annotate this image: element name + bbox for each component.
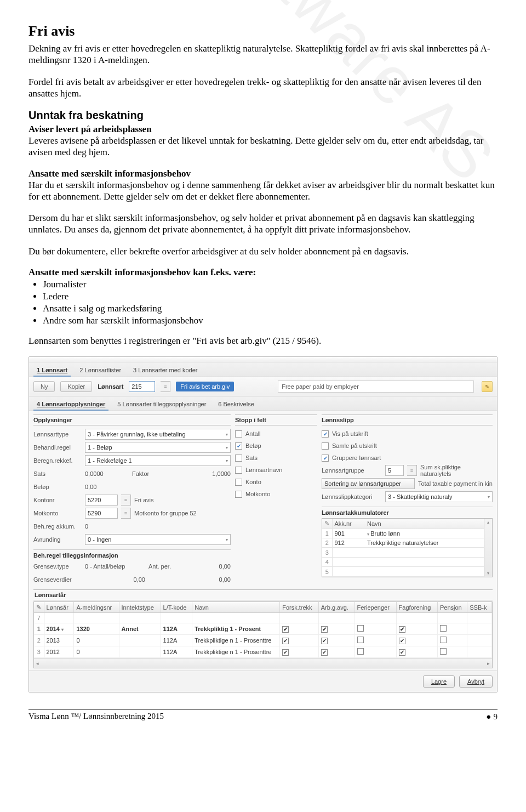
para-1: Dekning av fri avis er etter hovedregele… (28, 43, 498, 66)
lbl-behandlregel: Behandl.regel (33, 444, 82, 451)
col-stopp: Stopp i felt Antall ✔Beløp Sats Lønnsart… (235, 414, 317, 586)
lbl-faktor: Faktor (132, 470, 159, 477)
chk-konto[interactable]: Konto (235, 476, 317, 488)
subheading-aviser: Aviser levert på arbeidsplassen (28, 124, 498, 135)
sub-tabs: 4 Lønnsartopplysninger 5 Lønnsarter till… (29, 396, 497, 411)
page-title: Fri avis (28, 23, 498, 39)
toolbar: Ny Kopier Lønnsart 215≡ Fri avis bet arb… (29, 377, 497, 396)
lbl-kategori: Lønnsslippkategori (322, 493, 382, 500)
para-5: Dersom du har et slikt særskilt informas… (28, 212, 498, 236)
edit-icon[interactable]: ✎ (482, 381, 493, 392)
list-icon[interactable]: ≡ (121, 508, 131, 519)
ny-button[interactable]: Ny (33, 381, 55, 392)
lbl-beregnrekkef: Beregn.rekkef. (33, 457, 82, 464)
tab-opplysninger[interactable]: 4 Lønnsartopplysninger (33, 399, 108, 411)
cancel-button[interactable]: Avbryt (459, 675, 493, 688)
heading-unntak: Unntak fra beskatning (28, 109, 498, 122)
val-sats: 0,0000 (85, 470, 129, 477)
la-grid[interactable]: ✎ LønnsårA-meldingsnrInntektstypeL/T-kod… (33, 601, 493, 668)
grpnum-desc: Sum sk.pliktige naturalytels (420, 464, 493, 477)
lonnsart-label: Lønnsart (98, 383, 123, 390)
akk-grid[interactable]: ✎Akk.nrNavn 1901▾ Brutto lønn 2912Trekkp… (322, 518, 493, 577)
col-opplysninger: Opplysninger Lønnsarttype 3 - Påvirker g… (33, 414, 231, 586)
list-icon[interactable]: ≡ (161, 381, 170, 392)
list-item: Andre som har særskilt informasjonsbehov (43, 315, 498, 326)
akk-row: ▾ Brutto lønn (365, 529, 484, 538)
dd-behandlregel[interactable]: 1 - Beløp▾ (85, 442, 231, 453)
col-lonnsslipp: Lønnsslipp ✔Vis på utskrift Samle på uts… (322, 414, 493, 586)
lonnsart-number-input[interactable]: 215 (129, 381, 155, 392)
lonnsart-english-field[interactable]: Free paper paid by employer (278, 381, 474, 393)
group-tillegg: Beh.regel tilleggsinformasjon (33, 549, 231, 559)
val-belop: 0,00 (85, 484, 231, 490)
top-tabs: 1 Lønnsart 2 Lønnsartlister 3 Lønnsarter… (29, 362, 497, 377)
main-panel: Opplysninger Lønnsarttype 3 - Påvirker g… (29, 411, 497, 586)
group-lonnsartar: Lønnsartår (33, 589, 493, 600)
para-7: Lønnsarten som benyttes i registreringen… (28, 335, 498, 347)
lonnsart-selected-tag[interactable]: Fri avis bet arb.giv (176, 382, 234, 391)
tab-tillegg[interactable]: 5 Lønnsarter tilleggsopplysninger (114, 399, 209, 411)
dd-lonnsarttype[interactable]: 3 - Påvirker grunnlag, ikke utbetaling▾ (85, 429, 231, 440)
val-g2: 0,00 (185, 576, 231, 583)
dialog-buttons: Lagre Avbryt (29, 671, 497, 692)
chk-sats[interactable]: Sats (235, 452, 317, 464)
chk-belop[interactable]: ✔Beløp (235, 440, 317, 452)
tab-lonnsart[interactable]: 1 Lønnsart (33, 365, 71, 377)
list-item: Ansatte i salg og markedsføring (43, 303, 498, 314)
lbl-grpnum: Lønnsartgruppe (322, 467, 382, 474)
tab-lonnsarter-koder[interactable]: 3 Lønnsarter med koder (130, 365, 201, 377)
subheading-ansatte: Ansatte med særskilt informasjonsbehov (28, 168, 498, 179)
lbl-grenseverdier: Grenseverdier (33, 576, 82, 583)
bullet-list: Journalister Ledere Ansatte i salg og ma… (43, 279, 498, 326)
lbl-belop: Beløp (33, 484, 82, 490)
lbl-antper: Ant. per. (148, 563, 181, 570)
list-icon[interactable]: ≡ (121, 495, 131, 506)
chk-antall[interactable]: Antall (235, 428, 317, 440)
field-grpnum[interactable]: 5 (385, 465, 404, 476)
list-item: Ledere (43, 291, 498, 302)
group-lonnsslipp: Lønnsslipp (322, 414, 493, 425)
field-motkonto[interactable]: 5290 (85, 508, 118, 519)
table-row[interactable]: 220130112ATrekkpliktige n 1 - Prosenttre… (34, 635, 492, 646)
subheading-examples: Ansatte med særskilt informasjonsbehov k… (28, 267, 498, 278)
chk-lonnsartnavn[interactable]: Lønnsartnavn (235, 464, 317, 476)
table-row[interactable]: 1 2014 ▾ 1320Annet112ATrekkpliktig 1 - P… (34, 623, 492, 635)
list-item: Journalister (43, 279, 498, 290)
scrollbar[interactable]: ▴▾ (484, 519, 492, 577)
lbl-motkonto: Motkonto (33, 510, 82, 516)
chk-gruppere[interactable]: ✔Gruppere lønnsart (322, 452, 493, 464)
list-icon[interactable]: ≡ (407, 465, 417, 476)
chk-vispa[interactable]: ✔Vis på utskrift (322, 428, 493, 440)
tab-lonnsartlister[interactable]: 2 Lønnsartlister (76, 365, 124, 377)
dd-beregnrekkef[interactable]: 1 - Rekkefølge 1▾ (85, 455, 231, 466)
window-titlebar (29, 357, 497, 362)
tab-beskrivelse[interactable]: 6 Beskrivelse (215, 399, 257, 411)
val-behregakkum: 0 (85, 523, 231, 530)
dd-avrunding[interactable]: 0 - Ingen▾ (85, 534, 231, 545)
lbl-grensevtype: Grensev.type (33, 563, 82, 570)
para-3: Leveres avisene på arbeidsplassen er det… (28, 135, 498, 158)
table-row[interactable]: 320120112ATrekkpliktige n 1 - Prosenttre… (34, 646, 492, 658)
lbl-behregakkum: Beh.reg akkum. (33, 523, 82, 530)
footer-right: ● 9 (486, 712, 498, 722)
kopier-button[interactable]: Kopier (60, 381, 92, 392)
group-stopp: Stopp i felt (235, 414, 317, 425)
h-scrollbar[interactable]: ◂▸ (34, 658, 492, 668)
save-button[interactable]: Lagre (423, 675, 455, 688)
chk-motkonto2[interactable]: Motkonto (235, 488, 317, 500)
field-kontonr[interactable]: 5220 (85, 495, 118, 506)
lbl-avrunding: Avrunding (33, 536, 82, 543)
dd-kategori[interactable]: 3 - Skattepliktig naturaly▾ (385, 491, 493, 502)
val-faktor: 1,0000 (163, 470, 231, 477)
footer-left: Visma Lønn ™/ Lønnsinnberetning 2015 (28, 712, 164, 722)
kontonr-desc: Fri avis (134, 497, 231, 503)
akk-row: Trekkpliktige naturalytelser (365, 538, 484, 547)
lbl-sats: Sats (33, 470, 82, 477)
lbl-kontonr: Kontonr (33, 497, 82, 503)
sort-button[interactable]: Sortering av lønnsartgrupper (322, 478, 415, 489)
para-4: Har du et særskilt informasjonsbehov og … (28, 179, 498, 203)
para-2: Fordel fri avis betalt av arbeidsgiver e… (28, 76, 498, 100)
document-page: Fri avis Dekning av fri avis er etter ho… (0, 0, 526, 735)
app-window: 1 Lønnsart 2 Lønnsartlister 3 Lønnsarter… (28, 356, 498, 692)
chk-samle[interactable]: Samle på utskrift (322, 440, 493, 452)
